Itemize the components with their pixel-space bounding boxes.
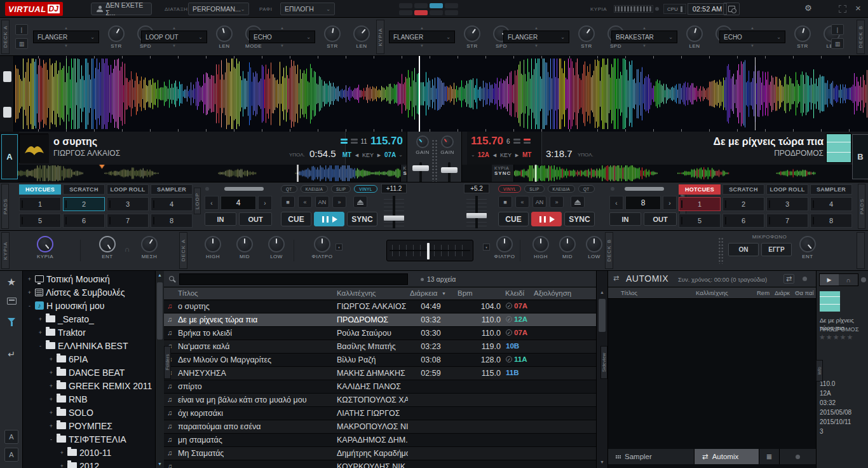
arrow-down-icon[interactable]: ▼ [750,44,754,48]
loop-double-button[interactable]: › [258,196,272,210]
loop-in-button[interactable]: IN [609,212,641,226]
deck-cell[interactable] [399,3,412,8]
pad-3[interactable]: 3 [766,197,808,211]
scroll-up-icon[interactable]: ▲ [600,290,604,294]
pad-2[interactable]: 2 [63,197,105,211]
back-arrow-icon[interactable]: ↵ [0,346,23,362]
column-header-4[interactable]: Bpm [458,289,473,297]
fx-multi-view-button[interactable]: ▥ [15,38,28,49]
track-row[interactable]: ♫Δε με ρίχνεις τώρα πιαΠΡΟΔΡΟΜΟΣ03:32110… [164,313,596,327]
an-button[interactable]: AN [532,196,546,208]
track-row[interactable]: ♫…ΚΟΥΡΚΟΥΛΗΣ ΝΙΚ… [164,460,596,468]
tree-item[interactable]: +_Serato_ [23,312,155,326]
waveform-handle[interactable] [3,71,11,82]
scroll-thumb[interactable] [599,299,606,332]
expand-icon[interactable]: + [59,450,65,456]
deck-a-overview-waveform[interactable] [18,165,400,182]
play-pause-button[interactable] [531,212,562,226]
eq-high-knob-b[interactable]: HIGH [529,236,553,259]
mic-record-button[interactable]: ΕΓΓΡ [761,243,792,256]
pad-tab-sampler[interactable]: SAMPLER [810,184,852,195]
tree-item[interactable]: -ΕΛΛΗΝΙΚΑ BEST [23,339,155,352]
pad-tab-loop-roll[interactable]: LOOP ROLL [766,184,808,195]
next-button[interactable]: » [550,196,564,208]
panel-list-button[interactable]: ≣ [759,449,780,464]
scroll-thumb[interactable] [157,282,163,340]
automix-column-5[interactable]: Θα παί [795,289,814,296]
eq-high-knob-a[interactable]: HIGH [201,236,225,259]
mic-on-button[interactable]: ON [728,243,759,256]
pad-7[interactable]: 7 [107,214,149,228]
scroll-down-icon[interactable]: ▼ [158,462,162,466]
fx-effect-select[interactable]: BRAKESTAR⌄ [611,31,677,43]
fx-effect-select[interactable]: FLANGER⌄ [389,31,455,43]
fx-effect-select[interactable]: FLANGER⌄ [503,31,569,43]
collapse-icon[interactable]: - [48,436,54,443]
sampler-tab[interactable]: Sampler [608,449,695,464]
pad-tab-scratch[interactable]: SCRATCH [722,184,764,195]
deck-a-key[interactable]: 07A [384,151,396,158]
tree-item[interactable]: +Λίστες & Συμβουλές [23,286,155,299]
preview-play-button[interactable]: ▶ [820,274,839,286]
expand-icon[interactable]: + [48,410,54,416]
track-row[interactable]: ♫Βρήκα το κλειδίΡούλα Σταύρου03:30110.0✓… [164,327,596,340]
expand-icon[interactable]: + [48,369,54,376]
pad-tab-hotcues[interactable]: HOTCUES [679,184,721,195]
tree-item[interactable]: +Traktor [23,326,155,339]
mic-gain-knob[interactable]: ΕΝΤ [796,236,820,259]
sort-arrow-icon[interactable]: ▼ [442,291,446,296]
fx-knob[interactable]: STR [320,25,344,49]
sync-button[interactable]: SYNC [564,212,595,226]
prev-button[interactable]: « [298,196,312,208]
track-row[interactable]: ♫είναι να μη βάλω κάτι στο μυαλό μουΚΩΣΤ… [164,394,596,407]
pad-1[interactable]: 1 [19,197,61,211]
mode-button-vinyl[interactable]: VINYL [498,185,521,193]
pad-tab-hotcues[interactable]: HOTCUES [19,184,61,195]
info-side-tab[interactable]: info [816,360,823,382]
fx-single-view-button[interactable]: ❘ [15,24,28,35]
tree-item[interactable]: +2012 [23,459,155,468]
tree-item[interactable]: +DANCE BEAT [23,366,155,379]
deck-b-mt[interactable]: MT [522,151,531,158]
arrow-up-icon[interactable]: ▲ [172,26,176,30]
expand-icon[interactable]: + [48,383,54,389]
automix-column-3[interactable]: Rem [757,289,770,296]
pad-tab-sampler[interactable]: SAMPLER [151,184,193,195]
pad-8[interactable]: 8 [151,214,193,228]
column-header-2[interactable]: Καλλιτέχνης [337,289,376,297]
tree-item[interactable]: +ΡΟΥΜΠΕΣ [23,419,155,432]
automix-shuffle-button[interactable]: ⇄ [783,274,794,284]
deck-a-loop-tab[interactable]: LOOP [194,188,201,214]
automix-column-2[interactable]: Καλλιτέχνης [696,289,728,296]
panel-dot-button[interactable] [780,449,817,464]
pad-2[interactable]: 2 [722,197,764,211]
eq-right-tab[interactable] [857,232,865,269]
sync-button[interactable]: SYNC [347,212,377,226]
filter-knob-a[interactable]: ΦΙΛΤΡΟ [310,236,334,259]
mode-button-κλειδια[interactable]: ΚΛΕΙΔΙΑ [548,185,575,193]
track-row[interactable]: ♫ΑΝΗΣΥΧΗΣΑΜΑΚΗΣ ΔΗΜΑΚΗΣ02:59115.011B [164,367,596,380]
letter-a-button[interactable]: A [4,430,18,444]
track-row[interactable]: ♫μη σταματάςΚΑΡΑΔΗΜΟΣ ΔΗΜ... [164,434,596,447]
fx-knob[interactable]: STR [104,25,128,49]
favorites-star-icon[interactable]: ★ [0,273,23,290]
collapse-icon[interactable]: - [27,303,32,309]
deck-b-sync-box[interactable]: ΚΥΡΙΑ SYNC [492,165,514,182]
headphone-volume-knob[interactable]: ΕΝΤ [95,236,119,259]
deck-cell[interactable] [445,3,458,8]
fx-multi-view-button[interactable]: ▥ [831,38,844,49]
pad-5[interactable]: 5 [19,214,61,228]
loop-in-button[interactable]: IN [205,212,236,226]
mic-gain-knob[interactable]: ΕΝΤ [796,236,820,259]
arrow-up-icon[interactable]: ▲ [642,26,646,30]
track-row[interactable]: ♫όχι κοριτσάκιΛΙΑΤΗΣ ΓΙΩΡΓΟΣ [164,407,596,420]
scroll-down-icon[interactable]: ▼ [600,460,604,464]
cue-button[interactable]: CUE [281,212,311,226]
fx-knob[interactable]: LEN [682,25,707,49]
pad-4[interactable]: 4 [810,197,852,211]
automix-column-4[interactable]: Διάρκ [775,289,790,296]
pad-1[interactable]: 1 [679,197,721,211]
eject-button[interactable] [571,196,585,208]
filter-knob-b[interactable]: ΦΙΛΤΡΟ [492,236,517,259]
pad-tab-loop-roll[interactable]: LOOP ROLL [107,184,149,195]
